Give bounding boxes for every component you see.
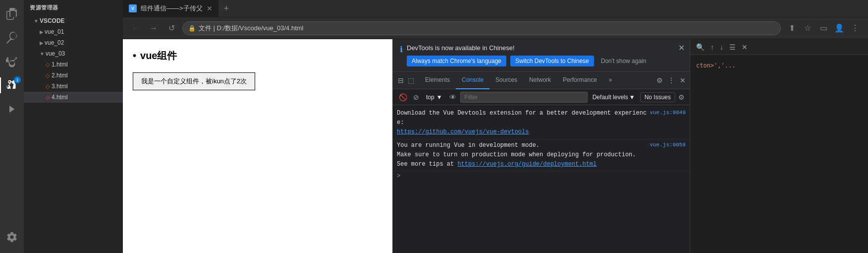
right-search-icon[interactable]: 🔍 <box>694 41 706 53</box>
console-settings-icon[interactable]: ⚙ <box>677 92 686 102</box>
tab-favicon: V <box>129 4 137 12</box>
right-close-icon[interactable]: ✕ <box>740 41 750 53</box>
tab-elements[interactable]: Elements <box>419 72 456 89</box>
devtools-toggle-icons: ⊟ ⬚ <box>393 74 419 86</box>
tab-console[interactable]: Console <box>456 72 489 89</box>
console-text-0a: Download the Vue Devtools extension for … <box>397 110 647 126</box>
console-source-0[interactable]: vue.js:9049 <box>650 109 686 118</box>
address-display[interactable]: 文件 | D:/数据/Vscode/vue_03/4.html <box>182 21 781 35</box>
level-label: Default levels <box>593 94 628 101</box>
component-button[interactable]: 我是一个自定义组件，被ikun点了2次 <box>133 72 255 90</box>
extensions-badge: 1 <box>14 76 21 83</box>
explorer-root[interactable]: ▼ VSCODE <box>24 15 123 26</box>
sidebar-git-icon[interactable] <box>0 50 24 73</box>
sidebar-item-4html[interactable]: ◇ 4.html <box>24 92 123 103</box>
devtools-kebab-icon[interactable]: ⋮ <box>666 74 677 86</box>
sidebar-explorer-icon[interactable] <box>0 2 24 26</box>
profile-icon[interactable]: 👤 <box>832 21 846 35</box>
right-down-icon[interactable]: ↓ <box>718 41 725 53</box>
dismiss-button[interactable]: Don't show again <box>598 56 650 66</box>
browser-action-icons: ⬆ ☆ ▭ 👤 ⋮ <box>785 21 862 35</box>
vue02-label: vue_02 <box>45 39 64 46</box>
console-filter-icon[interactable]: ⊘ <box>411 92 421 102</box>
context-selector[interactable]: top ▼ <box>423 93 445 102</box>
right-up-icon[interactable]: ↑ <box>708 41 716 53</box>
sidebar-toggle-icon[interactable]: ▭ <box>816 21 830 35</box>
tab-more[interactable]: » <box>603 72 618 89</box>
sidebar-run-icon[interactable] <box>0 97 24 121</box>
tab-network[interactable]: Network <box>523 72 557 89</box>
banner-close-icon[interactable]: ✕ <box>678 43 685 53</box>
tab-sources[interactable]: Sources <box>489 72 523 89</box>
lock-icon: 🔒 <box>188 25 196 32</box>
devtools-more-icons: ⚙ ⋮ ✕ <box>654 74 690 86</box>
console-text-1a: You are running Vue in development mode. <box>397 142 540 149</box>
always-match-button[interactable]: Always match Chrome's language <box>407 56 506 66</box>
tab-sources-label: Sources <box>495 76 517 83</box>
root-caret: ▼ <box>34 18 39 24</box>
share-icon[interactable]: ⬆ <box>785 21 799 35</box>
forward-button[interactable]: → <box>147 21 161 35</box>
reload-button[interactable]: ↺ <box>164 21 178 35</box>
context-label: top <box>426 94 434 101</box>
info-icon: ℹ <box>400 45 403 54</box>
devtools-tabs: ⊟ ⬚ Elements Console Sources Network Per… <box>393 72 690 89</box>
html-file-icon-4: ◇ <box>46 94 50 101</box>
sidebar-item-1html[interactable]: ◇ 1.html <box>24 59 123 70</box>
root-label: VSCODE <box>40 17 65 24</box>
file-4html-label: 4.html <box>52 94 68 101</box>
devtools-banner: ℹ DevTools is now available in Chinese! … <box>393 39 690 72</box>
tab-network-label: Network <box>529 76 551 83</box>
browser-tab[interactable]: V 组件通信——>子传父 ✕ <box>123 0 219 17</box>
sidebar-item-vue01[interactable]: ▶ vue_01 <box>24 26 123 37</box>
console-filter-input[interactable] <box>460 92 588 103</box>
main-area: V 组件通信——>子传父 ✕ + ← → ↺ 🔒 文件 | D:/数据/Vsco… <box>123 0 868 253</box>
console-entry-0-content: Download the Vue Devtools extension for … <box>397 109 648 137</box>
vue03-caret: ▼ <box>40 51 45 57</box>
console-output: Download the Vue Devtools extension for … <box>393 105 690 253</box>
more-menu-icon[interactable]: ⋮ <box>848 21 862 35</box>
new-tab-button[interactable]: + <box>219 0 234 17</box>
tab-performance[interactable]: Performance <box>557 72 603 89</box>
tab-console-label: Console <box>462 76 484 83</box>
back-button[interactable]: ← <box>129 21 143 35</box>
file-1html-label: 1.html <box>52 61 68 68</box>
banner-content: DevTools is now available in Chinese! Al… <box>407 44 683 66</box>
webpage-title: vue组件 <box>133 49 382 63</box>
sidebar-search-icon[interactable] <box>0 26 24 50</box>
sidebar-extensions-icon[interactable]: 1 <box>0 73 24 97</box>
right-panel-content: cton>','... <box>690 55 868 253</box>
console-link-deployment[interactable]: https://vuejs.org/guide/deployment.html <box>457 161 597 168</box>
switch-language-button[interactable]: Switch DevTools to Chinese <box>510 56 594 66</box>
console-clear-button[interactable]: 🚫 <box>397 92 409 102</box>
issues-button[interactable]: No Issues <box>640 92 675 102</box>
tab-close-button[interactable]: ✕ <box>207 4 213 12</box>
console-entry-1: You are running Vue in development mode.… <box>393 139 690 172</box>
devtools-inspect-icon[interactable]: ⬚ <box>406 74 416 86</box>
address-bar: ← → ↺ 🔒 文件 | D:/数据/Vscode/vue_03/4.html … <box>123 17 868 39</box>
sidebar-icons: 1 <box>0 0 24 253</box>
vue03-label: vue_03 <box>46 50 65 57</box>
html-file-icon: ◇ <box>46 62 50 68</box>
console-prompt[interactable]: > <box>393 171 690 181</box>
sidebar-item-3html[interactable]: ◇ 3.html <box>24 81 123 92</box>
level-selector[interactable]: Default levels ▼ <box>590 93 638 102</box>
explorer-header: 资源管理器 <box>24 0 123 15</box>
right-list-icon[interactable]: ☰ <box>727 41 738 53</box>
console-source-1[interactable]: vue.js:9058 <box>650 141 686 150</box>
devtools-close-icon[interactable]: ✕ <box>678 74 688 86</box>
sidebar-item-2html[interactable]: ◇ 2.html <box>24 70 123 81</box>
sidebar-item-vue02[interactable]: ▶ vue_02 <box>24 37 123 48</box>
bookmark-icon[interactable]: ☆ <box>801 21 814 35</box>
html-file-icon-3: ◇ <box>46 83 50 90</box>
devtools-settings-icon[interactable]: ⚙ <box>654 74 665 86</box>
banner-message: DevTools is now available in Chinese! <box>407 44 683 52</box>
address-wrapper: 🔒 文件 | D:/数据/Vscode/vue_03/4.html <box>182 21 781 35</box>
sidebar-settings-icon[interactable] <box>0 225 24 249</box>
eye-icon[interactable]: 👁 <box>447 92 458 102</box>
level-caret: ▼ <box>629 94 635 101</box>
console-link-devtools[interactable]: https://github.com/vuejs/vue-devtools <box>397 128 529 135</box>
sidebar-item-vue03[interactable]: ▼ vue_03 <box>24 48 123 59</box>
devtools-dock-icon[interactable]: ⊟ <box>396 74 406 86</box>
banner-buttons: Always match Chrome's language Switch De… <box>407 56 683 66</box>
